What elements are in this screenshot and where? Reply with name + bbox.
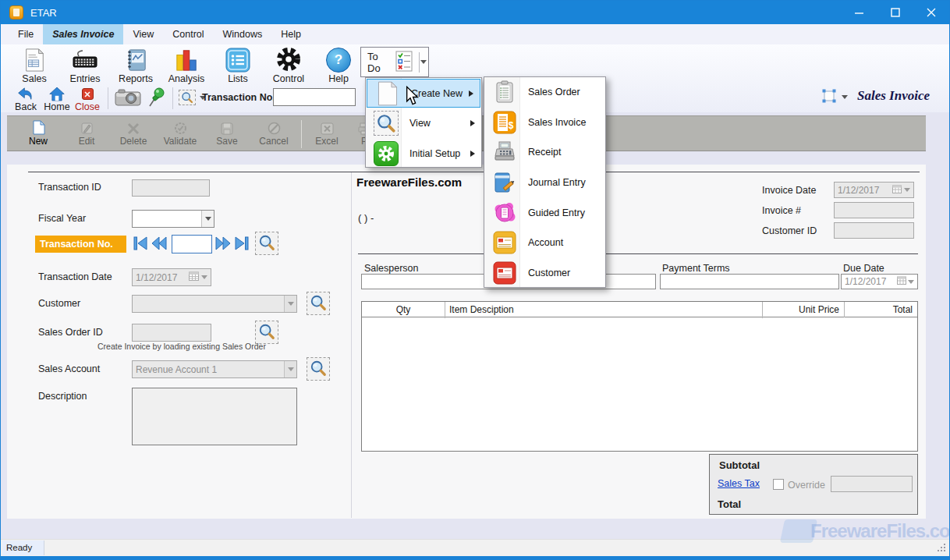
- statusbar: Ready: [1, 539, 949, 556]
- menu-windows[interactable]: Windows: [214, 24, 272, 44]
- resize-grip[interactable]: [937, 543, 946, 555]
- calendar-icon: [892, 185, 902, 196]
- menu-item-create-new[interactable]: Create New: [367, 79, 480, 108]
- invoice-number-field: [834, 202, 914, 218]
- close-form-button[interactable]: Close: [73, 87, 102, 112]
- calendar-icon: [897, 276, 906, 287]
- pushpin-icon: [147, 99, 166, 110]
- transaction-id-field: [132, 179, 210, 197]
- menu-view[interactable]: View: [123, 24, 163, 44]
- override-checkbox[interactable]: [773, 479, 784, 490]
- page-title: Sales Invoice: [857, 88, 930, 104]
- table-body[interactable]: [362, 318, 917, 451]
- submenu-item-receipt[interactable]: Receipt: [484, 137, 605, 168]
- receipt-cash-register-icon: [489, 140, 520, 164]
- ribbon-entries-button[interactable]: Entries: [62, 46, 108, 83]
- sales-order-search-button[interactable]: [255, 321, 278, 344]
- create-new-submenu: Sales Order $ Sales Invoice Receipt Jour…: [484, 76, 606, 288]
- new-button[interactable]: New: [16, 119, 61, 150]
- transaction-no-toolbar-label: Transaction No.: [202, 92, 275, 103]
- ribbon-reports-button[interactable]: Reports: [113, 46, 158, 83]
- todo-dropdown-arrow[interactable]: [420, 60, 428, 64]
- menu-control[interactable]: Control: [163, 24, 213, 44]
- sales-order-id-label: Sales Order ID: [38, 327, 103, 338]
- menu-help[interactable]: Help: [271, 24, 310, 44]
- save-floppy-icon: [204, 119, 250, 135]
- titlebar: ETAR: [1, 1, 949, 24]
- submenu-item-account[interactable]: Account: [484, 228, 605, 258]
- menu-item-view[interactable]: View: [366, 108, 481, 139]
- submenu-item-customer[interactable]: Customer: [484, 258, 605, 289]
- home-button[interactable]: Home: [41, 87, 73, 112]
- menu-file[interactable]: File: [9, 24, 43, 44]
- first-record-button[interactable]: [132, 236, 149, 253]
- column-header-qty: Qty: [362, 302, 445, 317]
- ribbon-control-button[interactable]: Control: [266, 46, 311, 83]
- edit-button: Edit: [64, 119, 109, 150]
- list-icon: [215, 46, 261, 73]
- sales-order-id-field: [132, 324, 211, 342]
- snapshot-camera-button[interactable]: [115, 88, 141, 109]
- chevron-down-icon: [288, 367, 294, 371]
- menu-sales-invoice[interactable]: Sales Invoice: [43, 24, 123, 44]
- submenu-item-sales-order[interactable]: Sales Order: [484, 77, 605, 108]
- sales-account-search-button[interactable]: [307, 357, 330, 381]
- sales-order-helper-text: Create Invoice by loading existing Sales…: [97, 342, 266, 351]
- magnifier-icon: [179, 90, 196, 105]
- edit-pencil-icon: [64, 119, 109, 135]
- sales-account-label: Sales Account: [38, 363, 100, 374]
- new-document-icon: [372, 81, 403, 106]
- window-bottom-edge: [1, 556, 949, 560]
- pin-button[interactable]: [147, 87, 166, 110]
- salesperson-label: Salesperson: [364, 263, 419, 274]
- back-button[interactable]: Back: [12, 87, 40, 112]
- ribbon-sales-button[interactable]: Sales: [12, 46, 57, 83]
- invoice-number-label: Invoice #: [762, 205, 801, 216]
- customer-id-label: Customer ID: [762, 225, 817, 236]
- chevron-down-icon[interactable]: [201, 211, 214, 227]
- previous-record-button[interactable]: [151, 236, 168, 253]
- sales-order-icon: [489, 80, 520, 104]
- submenu-item-journal-entry[interactable]: Journal Entry: [484, 168, 605, 198]
- transaction-search-button[interactable]: [255, 232, 278, 255]
- record-selector-dropdown[interactable]: [821, 88, 848, 106]
- todo-button[interactable]: To Do: [360, 47, 429, 77]
- maximize-button[interactable]: [877, 1, 913, 24]
- setup-gear-icon: [370, 141, 402, 166]
- ribbon-analysis-button[interactable]: Analysis: [164, 46, 209, 83]
- customer-search-button[interactable]: [307, 292, 330, 315]
- magnifier-icon: [258, 323, 275, 342]
- app-window: ETAR File Sales Invoice View Control Win…: [0, 0, 950, 560]
- status-text: Ready: [6, 543, 32, 552]
- fiscal-year-label: Fiscal Year: [38, 213, 86, 224]
- keyboard-icon: [62, 46, 108, 73]
- delete-x-icon: [111, 119, 156, 135]
- column-header-unit-price: Unit Price: [763, 302, 844, 317]
- sales-account-combo: Revenue Account 1: [132, 360, 297, 378]
- new-document-icon: [16, 119, 61, 135]
- cancel-button: Cancel: [251, 119, 296, 150]
- transaction-no-toolbar-input[interactable]: [273, 88, 356, 106]
- ribbon-help-button[interactable]: ? Help: [316, 46, 361, 83]
- column-header-total: Total: [845, 302, 917, 317]
- submenu-arrow-icon: [470, 151, 475, 157]
- due-date-picker: 1/12/2017: [841, 274, 918, 289]
- menu-item-initial-setup[interactable]: Initial Setup: [366, 139, 481, 169]
- transaction-no-input[interactable]: [172, 235, 212, 253]
- payment-terms-field: [660, 274, 839, 289]
- fiscal-year-combo[interactable]: [132, 210, 214, 228]
- next-record-button[interactable]: [214, 236, 232, 253]
- close-box-icon: [73, 87, 102, 101]
- customer-combo: [132, 295, 297, 313]
- magnifier-icon: [370, 111, 402, 136]
- record-navigator: [132, 235, 252, 253]
- submenu-item-guided-entry[interactable]: Guided Entry: [484, 197, 605, 228]
- minimize-button[interactable]: [842, 1, 877, 24]
- bar-chart-icon: [164, 46, 209, 73]
- ribbon-lists-button[interactable]: Lists: [215, 46, 261, 83]
- transaction-no-label: Transaction No.: [35, 236, 126, 253]
- sales-tax-link[interactable]: Sales Tax: [718, 478, 760, 489]
- submenu-item-sales-invoice[interactable]: $ Sales Invoice: [484, 108, 605, 138]
- close-button[interactable]: [913, 1, 949, 24]
- last-record-button[interactable]: [233, 236, 250, 253]
